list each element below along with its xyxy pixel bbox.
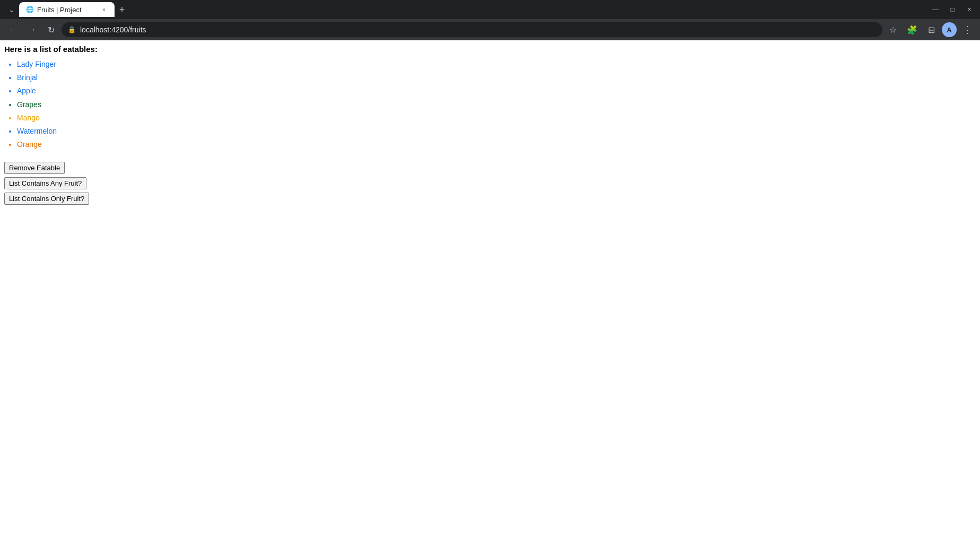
sidebar-button[interactable]: ⊟ — [923, 21, 940, 38]
profile-initial: A — [947, 26, 951, 34]
tab-title: Fruits | Project — [37, 6, 97, 14]
item-name: Brinjal — [17, 73, 38, 82]
browser-chrome: ⌄ 🌐 Fruits | Project × + — □ × ← → ↻ — [0, 0, 980, 40]
minimize-button[interactable]: — — [929, 3, 942, 16]
bookmark-button[interactable]: ☆ — [885, 21, 902, 38]
reload-button[interactable]: ↻ — [42, 21, 59, 38]
tab-list-button[interactable]: ⌄ — [4, 2, 19, 17]
nav-bar: ← → ↻ 🔒 localhost:4200/fruits ☆ 🧩 ⊟ A — [0, 19, 980, 40]
nav-bar-right: ☆ 🧩 ⊟ A ⋮ — [885, 21, 976, 38]
remove-eatable-button[interactable]: Remove Eatable — [4, 162, 65, 174]
list-item: Mango — [17, 111, 976, 125]
list-contains-only-fruit-button[interactable]: List Contains Only Fruit? — [4, 193, 89, 205]
list-item: Brinjal — [17, 71, 976, 84]
item-name: Lady Finger — [17, 60, 56, 68]
list-item: Orange — [17, 138, 976, 151]
address-bar[interactable]: 🔒 localhost:4200/fruits — [62, 22, 882, 37]
tab-bar: ⌄ 🌐 Fruits | Project × + — □ × — [0, 0, 980, 19]
item-name: Orange — [17, 140, 42, 149]
menu-icon: ⋮ — [962, 24, 972, 36]
sidebar-icon: ⊟ — [928, 25, 935, 35]
chevron-down-icon: ⌄ — [8, 5, 15, 14]
back-icon: ← — [8, 25, 17, 34]
list-item: Watermelon — [17, 125, 976, 138]
eatables-list: Lady Finger Brinjal Apple Grapes Mango W… — [4, 58, 976, 151]
tab-bar-right: — □ × — [925, 3, 976, 16]
item-name: Apple — [17, 86, 36, 95]
url-text: localhost:4200/fruits — [80, 25, 876, 34]
reload-icon: ↻ — [48, 25, 55, 35]
extensions-button[interactable]: 🧩 — [904, 21, 921, 38]
extensions-icon: 🧩 — [907, 25, 917, 35]
page-heading: Here is a list of eatables: — [4, 45, 976, 54]
item-name: Grapes — [17, 100, 41, 109]
list-item: Apple — [17, 84, 976, 98]
menu-button[interactable]: ⋮ — [959, 21, 976, 38]
maximize-button[interactable]: □ — [946, 3, 959, 16]
bookmark-icon: ☆ — [889, 25, 897, 35]
back-button[interactable]: ← — [4, 21, 21, 38]
tab-close-icon[interactable]: × — [100, 5, 108, 14]
new-tab-button[interactable]: + — [115, 2, 129, 17]
item-name: Mango — [17, 114, 40, 122]
active-tab[interactable]: 🌐 Fruits | Project × — [19, 2, 115, 17]
window-controls: — □ × — [929, 3, 976, 16]
profile-button[interactable]: A — [942, 22, 957, 37]
list-contains-any-fruit-button[interactable]: List Contains Any Fruit? — [4, 177, 86, 189]
list-item: Grapes — [17, 98, 976, 111]
item-name: Watermelon — [17, 127, 57, 135]
tab-bar-tabs: 🌐 Fruits | Project × + — [19, 2, 925, 17]
close-button[interactable]: × — [963, 3, 976, 16]
lock-icon: 🔒 — [68, 26, 76, 33]
forward-icon: → — [28, 25, 36, 34]
page-content: Here is a list of eatables: Lady Finger … — [0, 40, 980, 209]
tab-favicon-icon: 🌐 — [25, 5, 34, 14]
list-item: Lady Finger — [17, 58, 976, 71]
button-section: Remove Eatable List Contains Any Fruit? … — [4, 162, 976, 205]
forward-button[interactable]: → — [23, 21, 40, 38]
